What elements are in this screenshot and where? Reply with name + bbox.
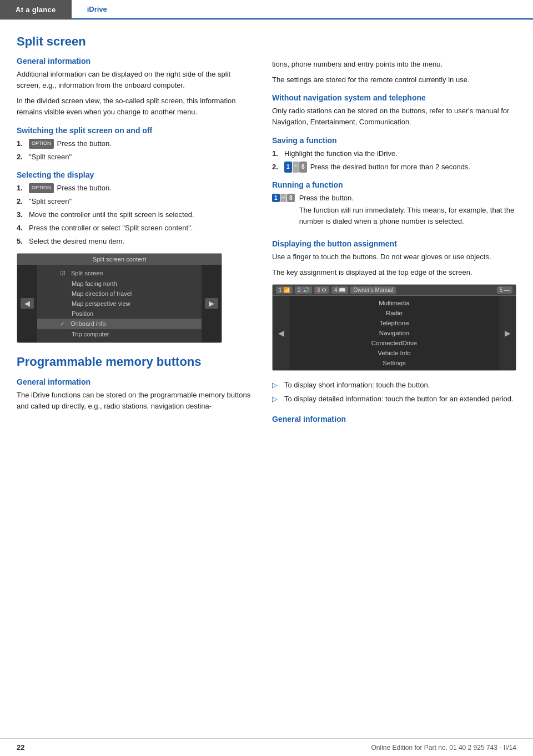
arrow-note-1: ▷ To display short information: touch th… [272, 380, 516, 391]
display-right-arrow: ▶ [499, 296, 516, 370]
display-item-settings[interactable]: Settings [289, 358, 499, 368]
run-text-1: Press the button. [299, 193, 516, 204]
option-btn-icon-2: OPTION [29, 183, 54, 193]
programmable-text-1: The iDrive functions can be stored on th… [17, 390, 255, 412]
display-left-arrow: ◀ [273, 296, 289, 370]
display-notes: ▷ To display short information: touch th… [272, 380, 516, 405]
sel-step-5: 5. Select the desired menu item. [17, 236, 255, 247]
arrow-note-2: ▷ To display detailed information: touch… [272, 394, 516, 405]
running-function-heading: Running a function [272, 180, 516, 189]
menu-item-map-perspective[interactable]: Map perspective view [37, 299, 202, 309]
right-arrow[interactable]: ▶ [205, 298, 218, 309]
header-line [123, 0, 533, 19]
footer-text: Online Edition for Part no. 01 40 2 925 … [371, 744, 516, 752]
option-btn-icon-1: OPTION [29, 139, 54, 149]
split-screen-title: Split screen [17, 34, 255, 49]
topbar-btn-3[interactable]: 3 ⚙ [314, 286, 329, 294]
display-item-navigation[interactable]: Navigation [289, 328, 499, 338]
sel-step-3: 3. Move the controller until the split s… [17, 209, 255, 220]
display-item-connecteddrive[interactable]: ConnectedDrive [289, 338, 499, 348]
screen-nav-right: ▶ [202, 265, 222, 342]
switching-heading: Switching the split screen on and off [17, 126, 255, 135]
numbered-btn-icons: 1 ··· 8 [284, 162, 307, 173]
sel-step-1: 1. OPTION Press the button. [17, 183, 255, 194]
left-arrow[interactable]: ◀ [21, 298, 34, 309]
right-text-stored: The settings are stored for the remote c… [272, 74, 516, 85]
main-content: Split screen General information Additio… [0, 20, 533, 438]
menu-item-map-direction[interactable]: Map direction of travel [37, 289, 202, 299]
selecting-steps: 1. OPTION Press the button. 2. "Split sc… [17, 183, 255, 248]
display-menu: Multimedia Radio Telephone Navigation Co… [289, 296, 499, 370]
footer: 22 Online Edition for Part no. 01 40 2 9… [0, 738, 533, 756]
general-info-text-2: In the divided screen view, the so-calle… [17, 95, 255, 118]
header: At a glance iDrive [0, 0, 533, 20]
topbar-btn-2[interactable]: 2 🔊 [295, 286, 311, 294]
saving-steps: 1. Highlight the function via the iDrive… [272, 148, 516, 173]
menu-item-map-north[interactable]: Map facing north [37, 279, 202, 289]
menu-item-trip[interactable]: Trip computer [37, 329, 202, 339]
running-function-block: 1 ··· 8 Press the button. The function w… [272, 193, 516, 231]
general-info-text-1: Additional information can be displayed … [17, 69, 255, 91]
displaying-assignment-heading: Displaying the button assignment [272, 239, 516, 248]
display-item-multimedia[interactable]: Multimedia [289, 298, 499, 308]
programmable-buttons-title: Programmable memory buttons [17, 354, 255, 370]
display-body: ◀ Multimedia Radio Telephone Navigation … [273, 296, 516, 370]
topbar-btn-manual[interactable]: Owner's Manual [350, 286, 396, 294]
run-btn-icons: 1 ··· 8 [272, 194, 295, 202]
disp-text-2: The key assignment is displayed at the t… [272, 267, 516, 278]
general-info-heading-right: General information [272, 415, 516, 424]
general-info-heading-1: General information [17, 57, 255, 65]
right-text-cont: tions, phone numbers and entry points in… [272, 59, 516, 70]
page-number: 22 [17, 743, 24, 752]
menu-item-split-screen[interactable]: ☑Split screen [37, 268, 202, 279]
switch-step-2: 2. "Split screen" [17, 152, 255, 163]
screen-menu: ☑Split screen Map facing north Map direc… [37, 265, 202, 342]
display-item-radio[interactable]: Radio [289, 308, 499, 318]
save-step-1: 1. Highlight the function via the iDrive… [272, 148, 516, 159]
menu-item-position[interactable]: Position [37, 309, 202, 319]
tab-at-a-glance[interactable]: At a glance [0, 0, 72, 19]
without-nav-text: Only radio stations can be stored on the… [272, 105, 516, 128]
topbar-btn-1[interactable]: 1 📶 [276, 286, 293, 294]
disp-text-1: Use a finger to touch the buttons. Do no… [272, 251, 516, 263]
right-bottom-section: General information [272, 415, 516, 424]
run-text-2: The function will run immediately. This … [299, 205, 516, 227]
topbar-btn-4[interactable]: 4 📖 [331, 286, 348, 294]
selecting-display-heading: Selecting the display [17, 170, 255, 179]
without-nav-heading: Without navigation system and telephone [272, 93, 516, 102]
save-step-2: 2. 1 ··· 8 Press the desired button for … [272, 162, 516, 173]
screen-titlebar: Split screen content [17, 254, 222, 265]
display-item-vehicleinfo[interactable]: Vehicle Info [289, 348, 499, 358]
switching-steps: 1. OPTION Press the button. 2. "Split sc… [17, 138, 255, 163]
tab-idrive[interactable]: iDrive [72, 0, 123, 19]
right-column: tions, phone numbers and entry points in… [272, 31, 516, 427]
screen-body: ◀ ☑Split screen Map facing north Map dir… [17, 265, 222, 342]
sel-step-4: 4. Press the controller or select "Split… [17, 223, 255, 234]
display-item-telephone[interactable]: Telephone [289, 318, 499, 328]
display-topbar: 1 📶 2 🔊 3 ⚙ 4 📖 Owner's Manual 5 — [273, 285, 516, 296]
sel-step-2: 2. "Split screen" [17, 196, 255, 207]
screen-nav-left: ◀ [17, 265, 37, 342]
topbar-btn-5[interactable]: 5 — [497, 286, 512, 294]
display-screen-screenshot: 1 📶 2 🔊 3 ⚙ 4 📖 Owner's Manual 5 — ◀ Mul… [272, 284, 516, 371]
general-info-heading-2: General information [17, 377, 255, 386]
left-column: Split screen General information Additio… [17, 31, 255, 427]
menu-item-onboard[interactable]: ✓Onboard info [37, 319, 202, 329]
split-screen-screenshot: Split screen content ◀ ☑Split screen Map… [17, 253, 222, 343]
switch-step-1: 1. OPTION Press the button. [17, 138, 255, 149]
saving-function-heading: Saving a function [272, 136, 516, 145]
